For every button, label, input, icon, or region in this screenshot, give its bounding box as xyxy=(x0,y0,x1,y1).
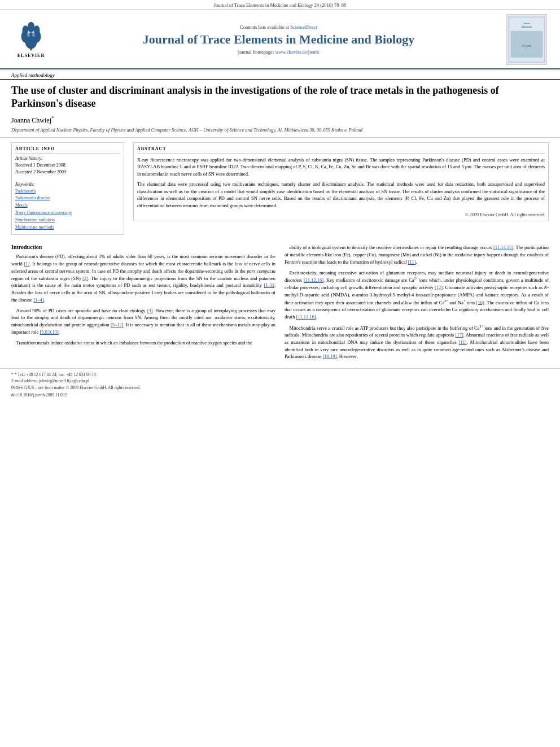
ref-3[interactable]: [3] xyxy=(147,308,152,313)
ref-11-12-16b[interactable]: [11,12,16] xyxy=(296,314,316,320)
keyword-item[interactable]: Multivariate methods xyxy=(15,224,120,231)
article-info-column: ARTICLE INFO Article history: Received 1… xyxy=(11,142,124,240)
elsevier-tree-icon xyxy=(17,21,45,52)
body-text-section: Introduction Parkinson's disease (PD), a… xyxy=(0,239,560,364)
keywords-list: Parkinson's Parkinson's disease Metals X… xyxy=(15,188,120,231)
section-label: Applied methodology xyxy=(0,69,560,80)
keyword-item[interactable]: X-ray fluorescence microscopy xyxy=(15,209,120,217)
body-para-2: Around 90% of PD cases are sporadic and … xyxy=(11,307,275,336)
svg-point-6 xyxy=(28,22,35,32)
journal-homepage-line: journal homepage: www.elsevier.de/jtemb xyxy=(56,49,501,55)
keyword-item[interactable]: Parkinson's xyxy=(15,188,120,195)
article-history-label: Article history: xyxy=(15,156,120,161)
svg-point-8 xyxy=(32,32,35,37)
svg-text:Cover: Cover xyxy=(522,43,532,47)
body-para-5: Excitotoxicity, meaning excessive activa… xyxy=(285,269,549,321)
ref-2[interactable]: [2] xyxy=(82,276,88,281)
footer-issn-text: 0946-672X/$ – see front matter © 2009 El… xyxy=(11,385,141,390)
ref-1-4[interactable]: [1–4] xyxy=(33,297,43,303)
body-para-1: Parkinson's disease (PD), affecting abou… xyxy=(11,253,275,303)
keywords-label: Keywords: xyxy=(15,182,120,187)
footer-doi-text: doi:10.1016/j.jtemb.2009.11.002 xyxy=(11,392,67,397)
article-title: The use of cluster and discriminant anal… xyxy=(11,84,549,111)
body-left-col: Introduction Parkinson's disease (PD), a… xyxy=(11,244,275,364)
ref-18-19[interactable]: [18,19] xyxy=(323,353,337,359)
keyword-item[interactable]: Metals xyxy=(15,202,120,209)
svg-text:Trace: Trace xyxy=(523,22,530,25)
keyword-item[interactable]: Synchrotron radiation xyxy=(15,217,120,224)
keyword-item[interactable]: Parkinson's disease xyxy=(15,195,120,202)
body-para-4: ability of a biological system to detoxi… xyxy=(285,244,549,265)
abstract-title: ABSTRACT xyxy=(137,146,545,154)
svg-text:Elements: Elements xyxy=(522,25,532,28)
ref-11-12-16[interactable]: [11,12,16] xyxy=(304,277,323,283)
page: Journal of Trace Elements in Medicine an… xyxy=(0,0,560,747)
contents-list-text: Contents lists available at xyxy=(240,24,290,30)
abstract-paragraph-1: X-ray fluorescence microscopy was applie… xyxy=(137,156,545,178)
abstract-paragraph-2: The elemental data were processed using … xyxy=(137,181,545,209)
sciencedirect-line: Contents lists available at ScienceDirec… xyxy=(56,24,501,30)
footer-star-icon: * xyxy=(11,372,14,377)
ref-16[interactable]: [16] xyxy=(476,299,484,305)
journal-name: Journal of Trace Elements in Medicine an… xyxy=(56,32,501,47)
ref-17[interactable]: [17] xyxy=(456,332,463,338)
author-name: Joanna Chwiej* xyxy=(11,115,549,125)
body-two-col: Introduction Parkinson's disease (PD), a… xyxy=(11,244,549,364)
copyright-notice: © 2009 Elsevier GmbH. All rights reserve… xyxy=(137,212,545,217)
accepted-date: Accepted 2 November 2009 xyxy=(15,169,120,176)
cover-svg: Trace Elements Cover xyxy=(508,15,545,64)
received-date: Received 1 December 2008 xyxy=(15,162,120,169)
section-label-text: Applied methodology xyxy=(11,72,55,78)
journal-title-section: Contents lists available at ScienceDirec… xyxy=(56,24,501,55)
footer-email-address: jchwiej@novell.ftj.agh.edu.pl xyxy=(39,378,89,383)
footer-email-label: E-mail address: xyxy=(11,378,38,383)
article-info-title: ARTICLE INFO xyxy=(15,146,120,154)
elsevier-logo: ELSEVIER xyxy=(11,21,51,58)
svg-point-7 xyxy=(27,32,30,37)
footer-section: * * Tel.: +48 12 617 44 24; fax: +48 12 … xyxy=(0,368,560,400)
ref-5-12[interactable]: [5–12] xyxy=(111,322,124,327)
footer-star-note: * * Tel.: +48 12 617 44 24; fax: +48 12 … xyxy=(11,372,549,378)
footer-tel-text: * Tel.: +48 12 617 44 24; fax: +48 12 63… xyxy=(15,372,97,377)
journal-citation-text: Journal of Trace Elements in Medicine an… xyxy=(214,2,347,8)
abstract-column: ABSTRACT X-ray fluorescence microscopy w… xyxy=(133,142,549,240)
article-info-box: ARTICLE INFO Article history: Received 1… xyxy=(11,142,124,235)
cover-image: Trace Elements Cover xyxy=(506,14,547,65)
ref-11[interactable]: [11] xyxy=(408,259,416,265)
body-right-col: ability of a biological system to detoxi… xyxy=(285,244,549,364)
footer-email-line: E-mail address: jchwiej@novell.ftj.agh.e… xyxy=(11,378,549,384)
journal-homepage-link[interactable]: www.elsevier.de/jtemb xyxy=(275,49,319,55)
author-name-text: Joanna Chwiej xyxy=(11,116,51,124)
journal-header: ELSEVIER Contents lists available at Sci… xyxy=(0,10,560,69)
body-para-6: Mitochondria serve a crucial role as ATP… xyxy=(285,324,549,361)
ref-11-14-15[interactable]: [11,14,15] xyxy=(493,244,513,250)
footer-issn-line: 0946-672X/$ – see front matter © 2009 El… xyxy=(11,385,549,391)
abstract-box: ABSTRACT X-ray fluorescence microscopy w… xyxy=(133,142,549,221)
author-sup: * xyxy=(51,115,54,121)
journal-homepage-label: journal homepage: xyxy=(238,49,275,55)
ref-12[interactable]: [12] xyxy=(435,285,443,290)
journal-cover: Trace Elements Cover xyxy=(506,14,549,65)
journal-citation-bar: Journal of Trace Elements in Medicine an… xyxy=(0,0,560,10)
article-title-section: The use of cluster and discriminant anal… xyxy=(0,80,560,138)
body-para-3: Transition metals induce oxidative stres… xyxy=(11,339,275,347)
ref-11b[interactable]: [11] xyxy=(459,339,467,345)
ref-5-8-9-13[interactable]: [5,8,9,13] xyxy=(40,329,59,335)
abstract-text: X-ray fluorescence microscopy was applie… xyxy=(137,156,545,209)
article-info-abstract-row: ARTICLE INFO Article history: Received 1… xyxy=(0,138,560,240)
sciencedirect-link[interactable]: ScienceDirect xyxy=(290,24,317,30)
ref-1[interactable]: [1] xyxy=(24,261,30,267)
footer-doi: doi:10.1016/j.jtemb.2009.11.002 xyxy=(11,392,549,397)
elsevier-label: ELSEVIER xyxy=(18,53,45,58)
affiliation-text: Department of Applied Nuclear Physics, F… xyxy=(11,127,549,134)
introduction-heading: Introduction xyxy=(11,244,275,250)
ref-1-3[interactable]: [1–3] xyxy=(264,282,274,288)
